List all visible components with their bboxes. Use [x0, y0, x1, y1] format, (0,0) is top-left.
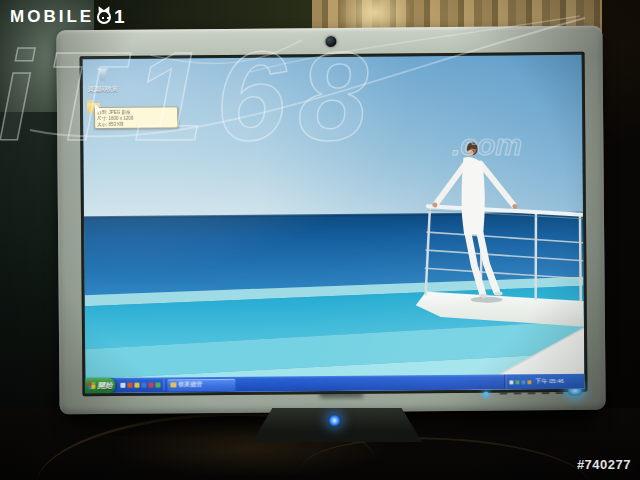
messenger-icon[interactable]: [141, 383, 146, 388]
it168-watermark: iT168: [0, 34, 380, 160]
show-desktop-icon[interactable]: [127, 383, 132, 388]
system-tray: 下午 05:46: [504, 374, 584, 390]
task-button-label: 檔案總管: [178, 380, 202, 389]
antivirus-tray-icon[interactable]: [515, 380, 519, 384]
clock[interactable]: 下午 05:46: [535, 377, 564, 386]
open-window-task-button[interactable]: 檔案總管: [167, 378, 235, 391]
mail-icon[interactable]: [148, 383, 153, 388]
devil-eyes: [102, 17, 104, 19]
folder-window-icon: [170, 382, 176, 387]
volume-tray-icon[interactable]: [509, 380, 513, 384]
photo-frame: 資源回收筒 類型: JPEG 影像 尺寸: 1600 x 1200 大小: 85…: [0, 0, 640, 480]
osd-button: [556, 392, 564, 394]
osd-button: [528, 392, 536, 394]
bezel-indicator-led: [484, 392, 489, 397]
mobile01-logo-text: MOBILE: [10, 7, 94, 27]
start-button-label: 開始: [97, 380, 112, 390]
internet-explorer-icon[interactable]: [120, 383, 125, 388]
windows-flag-icon: [88, 382, 95, 390]
osd-button: [500, 392, 508, 394]
osd-button: [514, 392, 522, 394]
photo-id: #740277: [577, 457, 631, 472]
network-tray-icon[interactable]: [521, 380, 525, 384]
stand-led: [328, 414, 341, 427]
mobile01-logo-one: 1: [114, 6, 125, 28]
start-button[interactable]: 開始: [85, 378, 115, 393]
media-player-icon[interactable]: [134, 383, 139, 388]
osd-button: [542, 392, 550, 394]
quick-launch-bar: [120, 382, 160, 387]
taskbar-divider: [163, 379, 164, 390]
browser-icon[interactable]: [155, 382, 160, 387]
mobile01-logo: MOBILE 1: [10, 6, 125, 28]
it168-domain-watermark: .com: [452, 128, 522, 162]
devil-icon: [97, 10, 111, 24]
ime-tray-icon[interactable]: [527, 380, 531, 384]
